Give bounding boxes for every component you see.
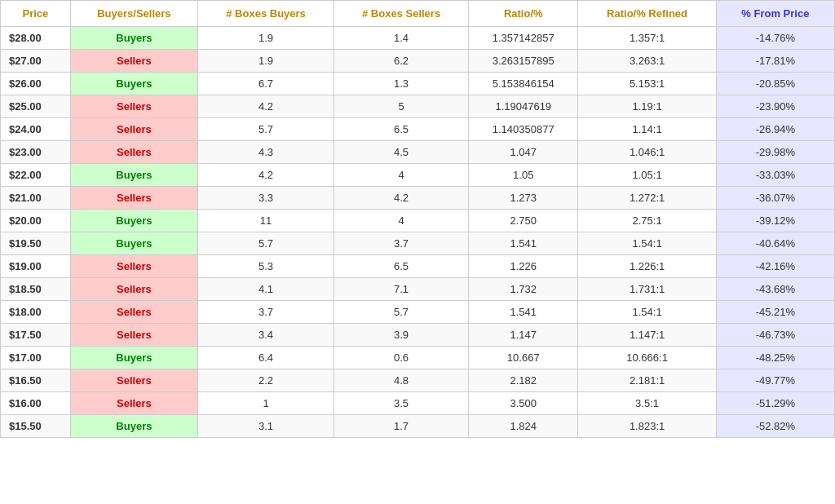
ratio-cell: 1.273 (469, 187, 578, 210)
side-cell: Sellers (70, 255, 197, 278)
price-cell: $19.50 (1, 232, 71, 255)
pct-from-price-cell: -26.94% (716, 118, 834, 141)
pct-from-price-cell: -46.73% (716, 324, 834, 347)
ratio-refined-cell: 1.226:1 (578, 255, 716, 278)
ratio-refined-cell: 1.54:1 (578, 232, 716, 255)
ratio-cell: 1.226 (469, 255, 578, 278)
price-cell: $18.50 (1, 278, 71, 301)
ratio-refined-cell: 1.823:1 (578, 415, 716, 438)
pct-from-price-cell: -36.07% (716, 187, 834, 210)
box-buyers-cell: 1.9 (198, 50, 334, 73)
side-cell: Sellers (70, 392, 197, 415)
table-row: $23.00Sellers4.34.51.0471.046:1-29.98% (1, 141, 835, 164)
price-cell: $20.00 (1, 210, 71, 232)
box-sellers-cell: 1.3 (334, 73, 469, 95)
ratio-cell: 3.263157895 (469, 50, 578, 73)
pct-from-price-cell: -29.98% (716, 141, 834, 164)
box-sellers-cell: 4.8 (334, 369, 469, 392)
pct-from-price-cell: -51.29% (716, 392, 834, 415)
col-header-ratio: Ratio/% (469, 1, 578, 27)
box-buyers-cell: 6.7 (198, 73, 334, 95)
pct-from-price-cell: -52.82% (716, 415, 834, 438)
box-buyers-cell: 11 (198, 210, 334, 232)
box-buyers-cell: 3.3 (198, 187, 334, 210)
ratio-cell: 10.667 (469, 347, 578, 369)
price-cell: $27.00 (1, 50, 71, 73)
pct-from-price-cell: -49.77% (716, 369, 834, 392)
box-sellers-cell: 6.5 (334, 255, 469, 278)
ratio-refined-cell: 2.75:1 (578, 210, 716, 232)
pct-from-price-cell: -43.68% (716, 278, 834, 301)
side-cell: Sellers (70, 187, 197, 210)
price-cell: $15.50 (1, 415, 71, 438)
side-cell: Sellers (70, 278, 197, 301)
side-cell: Buyers (70, 27, 197, 50)
side-cell: Sellers (70, 95, 197, 118)
box-sellers-cell: 1.7 (334, 415, 469, 438)
ratio-cell: 1.05 (469, 164, 578, 187)
table-row: $20.00Buyers1142.7502.75:1-39.12% (1, 210, 835, 232)
ratio-refined-cell: 1.19:1 (578, 95, 716, 118)
col-header-ratio-refined: Ratio/% Refined (578, 1, 716, 27)
table-row: $22.00Buyers4.241.051.05:1-33.03% (1, 164, 835, 187)
box-sellers-cell: 3.7 (334, 232, 469, 255)
table-row: $18.00Sellers3.75.71.5411.54:1-45.21% (1, 301, 835, 324)
box-sellers-cell: 6.5 (334, 118, 469, 141)
table-row: $19.50Buyers5.73.71.5411.54:1-40.64% (1, 232, 835, 255)
ratio-refined-cell: 10.666:1 (578, 347, 716, 369)
box-buyers-cell: 5.7 (198, 118, 334, 141)
price-cell: $18.00 (1, 301, 71, 324)
box-buyers-cell: 5.3 (198, 255, 334, 278)
ratio-cell: 1.824 (469, 415, 578, 438)
price-cell: $28.00 (1, 27, 71, 50)
side-cell: Sellers (70, 324, 197, 347)
box-sellers-cell: 5 (334, 95, 469, 118)
box-buyers-cell: 4.2 (198, 95, 334, 118)
ratio-refined-cell: 3.5:1 (578, 392, 716, 415)
side-cell: Buyers (70, 415, 197, 438)
box-sellers-cell: 4.5 (334, 141, 469, 164)
side-cell: Buyers (70, 232, 197, 255)
box-sellers-cell: 4 (334, 210, 469, 232)
ratio-cell: 1.541 (469, 301, 578, 324)
table-row: $17.00Buyers6.40.610.66710.666:1-48.25% (1, 347, 835, 369)
price-cell: $16.00 (1, 392, 71, 415)
ratio-refined-cell: 1.272:1 (578, 187, 716, 210)
side-cell: Sellers (70, 118, 197, 141)
ratio-cell: 1.19047619 (469, 95, 578, 118)
pct-from-price-cell: -14.76% (716, 27, 834, 50)
pct-from-price-cell: -45.21% (716, 301, 834, 324)
box-sellers-cell: 3.9 (334, 324, 469, 347)
ratio-cell: 1.357142857 (469, 27, 578, 50)
box-buyers-cell: 4.1 (198, 278, 334, 301)
table-row: $26.00Buyers6.71.35.1538461545.153:1-20.… (1, 73, 835, 95)
ratio-refined-cell: 1.54:1 (578, 301, 716, 324)
ratio-refined-cell: 5.153:1 (578, 73, 716, 95)
side-cell: Sellers (70, 369, 197, 392)
table-row: $28.00Buyers1.91.41.3571428571.357:1-14.… (1, 27, 835, 50)
box-buyers-cell: 3.4 (198, 324, 334, 347)
col-header-pct-from-price: % From Price (716, 1, 834, 27)
ratio-cell: 5.153846154 (469, 73, 578, 95)
side-cell: Buyers (70, 164, 197, 187)
price-cell: $24.00 (1, 118, 71, 141)
table-row: $25.00Sellers4.251.190476191.19:1-23.90% (1, 95, 835, 118)
pct-from-price-cell: -40.64% (716, 232, 834, 255)
ratio-cell: 3.500 (469, 392, 578, 415)
box-buyers-cell: 4.2 (198, 164, 334, 187)
price-cell: $17.50 (1, 324, 71, 347)
box-buyers-cell: 1.9 (198, 27, 334, 50)
price-cell: $21.00 (1, 187, 71, 210)
side-cell: Buyers (70, 347, 197, 369)
ratio-refined-cell: 1.731:1 (578, 278, 716, 301)
side-cell: Buyers (70, 210, 197, 232)
box-sellers-cell: 6.2 (334, 50, 469, 73)
price-cell: $16.50 (1, 369, 71, 392)
col-header-boxes-buyers: # Boxes Buyers (198, 1, 334, 27)
table-row: $21.00Sellers3.34.21.2731.272:1-36.07% (1, 187, 835, 210)
price-cell: $17.00 (1, 347, 71, 369)
ratio-refined-cell: 3.263:1 (578, 50, 716, 73)
ratio-cell: 1.147 (469, 324, 578, 347)
box-buyers-cell: 5.7 (198, 232, 334, 255)
pct-from-price-cell: -33.03% (716, 164, 834, 187)
